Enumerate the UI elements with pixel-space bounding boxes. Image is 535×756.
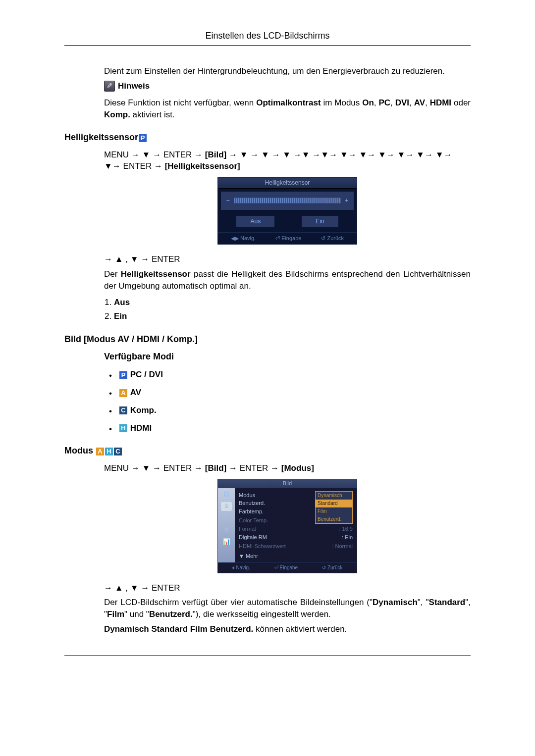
mode-badge-a-icon: A [119,389,127,397]
osd2-foot-back: ↺ Zurück [322,564,342,571]
subheading-verfuegbare: Verfügbare Modi [104,351,471,363]
heading-bild: Bild [Modus AV / HDMI / Komp.] [64,333,471,346]
osd2-side-icon-3[interactable]: ⏱ [221,514,232,523]
osd2-more[interactable]: ▼ Mehr [239,551,353,560]
mode-badge-c: C [114,448,122,455]
osd2-format: Format [239,525,256,533]
osd2-modus-dropdown[interactable]: Dynamisch Standard Film Benutzerd. [315,491,353,524]
osd2-ctemp: Color Temp. [239,517,268,524]
menu-path-1: MENU → ▼ → ENTER → [Bild] → ▼ → ▼ → ▼ →▼… [104,149,471,173]
dd-dynamisch[interactable]: Dynamisch [316,492,352,500]
osd2-benutz[interactable]: Benutzerd. [239,500,265,507]
page-header: Einstellen des LCD-Bildschirms [64,30,471,46]
slider-plus[interactable]: + [344,197,350,205]
mode-badge-a: A [96,448,104,455]
osd2-side-icon-1[interactable]: 🖼 [221,490,232,499]
mode-item-komp: C Komp. [114,404,471,416]
footer-rule [64,655,471,655]
osd-bild: Bild 🖼 🖥 ⏱ ⚙ 📊 Modus : [217,479,357,573]
mode-badge-c-icon: C [119,406,127,414]
menu-path-modus-b: → ▲ , ▼ → ENTER [104,582,471,594]
osd1-foot-nav: ◀▶ Navig. [231,235,256,242]
osd2-side-icon-5[interactable]: 📊 [221,538,232,547]
osd2-side-icon-4[interactable]: ⚙ [221,526,232,535]
osd2-title: Bild [218,479,357,488]
opt-aus: Aus [114,298,130,307]
mode-item-hdmi: H HDMI [114,422,471,434]
osd1-btn-ein[interactable]: Ein [302,216,338,227]
mode-item-av: A AV [114,387,471,399]
hellig-options: Aus Ein [104,297,471,322]
osd1-foot-back: ↺ Zurück [321,235,344,242]
slider-minus[interactable]: − [225,197,231,205]
modus-p2: Dynamisch Standard Film Benutzerd. könne… [104,623,471,635]
osd2-modus-label[interactable]: Modus [239,492,255,499]
osd1-title: Helligkeitssensor [218,178,357,189]
note-icon [104,81,115,92]
dd-standard[interactable]: Standard [316,500,352,507]
osd2-foot-nav: ♦ Navig. [232,564,250,571]
hellig-desc: Der Helligkeitssensor passt die Helligke… [104,268,471,292]
heading-helligkeitssensor: HelligkeitssensorP [64,131,471,144]
mode-badge-p-icon: P [119,371,127,379]
mode-item-pc: P PC / DVI [114,369,471,381]
osd2-hdmi: HDMI-Schwarzwert [239,543,286,550]
osd2-farb[interactable]: Farbtemp. [239,508,264,515]
heading-modus: Modus AHC [64,445,471,457]
intro-desc: Dient zum Einstellen der Hintergrundbele… [104,65,471,77]
note-label: Hinweis [118,80,150,92]
osd1-slider[interactable]: − + [221,192,354,210]
dd-film[interactable]: Film [316,507,352,515]
opt-ein: Ein [114,311,127,321]
menu-path-modus: MENU → ▼ → ENTER → [Bild] → ENTER → [Mod… [104,462,471,474]
slider-bar[interactable] [234,198,341,203]
modus-p1: Der LCD-Bildschirm verfügt über vier aut… [104,597,471,620]
dd-benutzerd[interactable]: Benutzerd. [316,515,352,523]
osd2-side-icon-2[interactable]: 🖥 [221,502,232,511]
note-text: Diese Funktion ist nicht verfügbar, wenn… [104,97,471,121]
mode-badge-h-icon: H [119,424,127,432]
osd1-btn-aus[interactable]: Aus [236,216,274,227]
osd2-digrm[interactable]: Digitale RM [239,534,267,541]
mode-badge-h: H [105,448,113,455]
osd-helligkeitssensor: Helligkeitssensor − + Aus Ein ◀▶ Navig. … [217,177,357,245]
osd2-sidebar: 🖼 🖥 ⏱ ⚙ 📊 [218,488,235,562]
osd2-foot-enter: ⏎ Eingabe [274,564,298,571]
menu-path-1b: → ▲ , ▼ → ENTER [104,253,471,265]
mode-badge-p: P [139,134,147,142]
osd1-foot-enter: ⏎ Eingabe [275,235,301,242]
